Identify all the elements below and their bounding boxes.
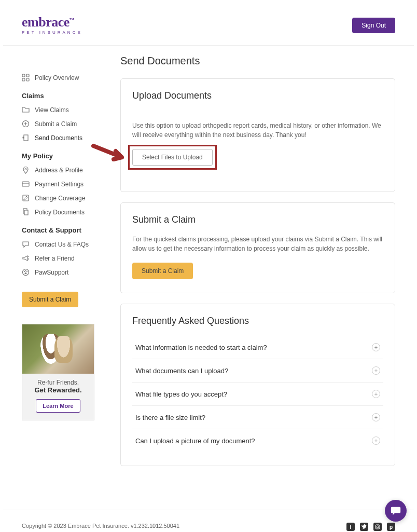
promo-line1: Re-fur Friends, bbox=[26, 379, 90, 386]
chat-bubble-icon bbox=[390, 505, 401, 516]
svg-rect-7 bbox=[22, 182, 29, 186]
chat-icon bbox=[22, 240, 30, 248]
nav-change-coverage[interactable]: Change Coverage bbox=[22, 191, 100, 205]
faq-question: What documents can I upload? bbox=[135, 367, 228, 375]
sidebar: Policy Overview Claims View Claims Submi… bbox=[22, 55, 100, 476]
nav-label: Submit a Claim bbox=[35, 120, 77, 128]
documents-icon bbox=[22, 208, 30, 216]
nav-contact-faqs[interactable]: Contact Us & FAQs bbox=[22, 237, 100, 251]
megaphone-icon bbox=[22, 254, 30, 262]
faq-question: What information is needed to start a cl… bbox=[135, 344, 267, 351]
expand-icon: + bbox=[372, 436, 380, 445]
nav-view-claims[interactable]: View Claims bbox=[22, 103, 100, 117]
svg-rect-2 bbox=[22, 78, 25, 81]
nav-label: Send Documents bbox=[35, 134, 82, 142]
expand-icon: + bbox=[372, 343, 380, 351]
promo-image bbox=[22, 324, 94, 374]
pin-icon bbox=[22, 166, 30, 174]
svg-point-18 bbox=[379, 525, 379, 526]
upload-documents-card: Upload Documents Use this option to uplo… bbox=[120, 78, 395, 192]
social-links: f p bbox=[285, 523, 395, 531]
sidebar-submit-claim-button[interactable]: Submit a Claim bbox=[22, 292, 78, 307]
chat-widget-button[interactable] bbox=[385, 500, 407, 522]
svg-rect-10 bbox=[24, 210, 28, 215]
expand-icon: + bbox=[372, 366, 380, 375]
nav-label: Contact Us & FAQs bbox=[35, 241, 89, 248]
edit-icon bbox=[22, 194, 30, 202]
submit-title: Submit a Claim bbox=[132, 214, 383, 225]
nav-label: Policy Documents bbox=[35, 209, 85, 216]
folder-icon bbox=[22, 106, 30, 114]
faq-question: Is there a file size limit? bbox=[135, 414, 205, 421]
instagram-icon[interactable] bbox=[373, 523, 382, 531]
nav-send-documents[interactable]: Send Documents bbox=[22, 131, 100, 145]
svg-rect-5 bbox=[24, 135, 28, 141]
select-files-button[interactable]: Select Files to Upload bbox=[132, 149, 213, 166]
footer: Copyright © 2023 Embrace Pet Insurance. … bbox=[3, 510, 414, 532]
copyright-text: Copyright © 2023 Embrace Pet Insurance. … bbox=[22, 523, 179, 529]
svg-rect-3 bbox=[26, 78, 29, 81]
nav-section-claims: Claims bbox=[22, 92, 100, 100]
nav-label: Change Coverage bbox=[35, 195, 85, 202]
nav-refer-friend[interactable]: Refer a Friend bbox=[22, 251, 100, 265]
faq-question: Can I upload a picture of my document? bbox=[135, 437, 255, 445]
submit-claim-button[interactable]: Submit a Claim bbox=[132, 263, 193, 279]
promo-card: Re-fur Friends, Get Rewarded. Learn More bbox=[22, 324, 94, 420]
nav-label: View Claims bbox=[35, 106, 69, 114]
svg-point-6 bbox=[25, 169, 26, 170]
logo-text: embrace bbox=[22, 15, 70, 30]
plus-circle-icon bbox=[22, 120, 30, 128]
upload-description: Use this option to upload orthopedic rep… bbox=[132, 121, 383, 140]
upload-title: Upload Documents bbox=[132, 90, 383, 101]
submit-claim-card: Submit a Claim For the quickest claims p… bbox=[120, 202, 395, 293]
logo[interactable]: embrace™ PET INSURANCE bbox=[22, 16, 82, 35]
nav-address-profile[interactable]: Address & Profile bbox=[22, 163, 100, 177]
faq-item[interactable]: What information is needed to start a cl… bbox=[132, 336, 383, 359]
nav-submit-claim[interactable]: Submit a Claim bbox=[22, 117, 100, 131]
svg-point-12 bbox=[24, 271, 25, 272]
trademark-icon: ™ bbox=[70, 17, 74, 22]
faq-item[interactable]: What file types do you accept? + bbox=[132, 383, 383, 406]
paw-icon bbox=[22, 268, 30, 276]
svg-rect-1 bbox=[26, 74, 29, 77]
main-content: Send Documents Upload Documents Use this… bbox=[120, 55, 395, 476]
nav-paw-support[interactable]: PawSupport bbox=[22, 265, 100, 279]
faq-title: Frequently Asked Questions bbox=[132, 316, 383, 326]
nav-label: Refer a Friend bbox=[35, 255, 75, 262]
svg-point-13 bbox=[26, 271, 27, 272]
nav-label: Address & Profile bbox=[35, 167, 83, 174]
submit-description: For the quickest claims processing, plea… bbox=[132, 235, 383, 253]
nav-policy-overview[interactable]: Policy Overview bbox=[22, 71, 100, 85]
send-icon bbox=[22, 134, 30, 142]
faq-card: Frequently Asked Questions What informat… bbox=[120, 304, 395, 466]
card-icon bbox=[22, 180, 30, 188]
nav-payment-settings[interactable]: Payment Settings bbox=[22, 177, 100, 191]
nav-label: Payment Settings bbox=[35, 181, 84, 188]
faq-question: What file types do you accept? bbox=[135, 390, 227, 398]
faq-item[interactable]: Is there a file size limit? + bbox=[132, 406, 383, 429]
promo-line2: Get Rewarded. bbox=[26, 386, 90, 394]
pinterest-icon[interactable]: p bbox=[387, 523, 395, 531]
svg-rect-0 bbox=[22, 74, 25, 77]
header: embrace™ PET INSURANCE Sign Out bbox=[3, 0, 414, 46]
svg-point-14 bbox=[25, 270, 26, 271]
expand-icon: + bbox=[372, 390, 380, 398]
learn-more-button[interactable]: Learn More bbox=[36, 399, 80, 413]
nav-label: PawSupport bbox=[35, 269, 68, 276]
svg-point-11 bbox=[23, 269, 29, 276]
page-title: Send Documents bbox=[120, 55, 395, 67]
expand-icon: + bbox=[372, 413, 380, 421]
faq-item[interactable]: Can I upload a picture of my document? + bbox=[132, 429, 383, 452]
svg-point-17 bbox=[377, 526, 379, 528]
twitter-icon[interactable] bbox=[360, 523, 368, 531]
sign-out-button[interactable]: Sign Out bbox=[352, 18, 395, 33]
nav-section-policy: My Policy bbox=[22, 152, 100, 160]
facebook-icon[interactable]: f bbox=[346, 523, 355, 531]
nav-policy-documents[interactable]: Policy Documents bbox=[22, 205, 100, 219]
faq-item[interactable]: What documents can I upload? + bbox=[132, 359, 383, 383]
grid-icon bbox=[22, 74, 30, 81]
svg-point-15 bbox=[25, 272, 27, 274]
nav-label: Policy Overview bbox=[35, 74, 79, 81]
nav-section-support: Contact & Support bbox=[22, 226, 100, 234]
logo-subtitle: PET INSURANCE bbox=[22, 30, 82, 35]
